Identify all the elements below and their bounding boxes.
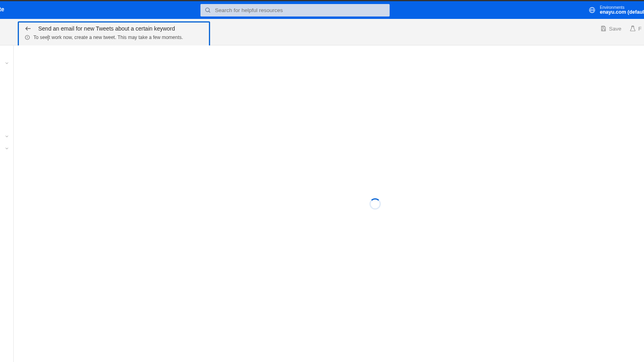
save-button[interactable]: Save <box>600 25 621 32</box>
toolbar-actions: Save F <box>600 25 642 32</box>
globe-icon <box>588 6 596 14</box>
flow-title-callout: Send an email for new Tweets about a cer… <box>18 21 210 48</box>
loading-spinner-icon <box>369 198 381 210</box>
svg-rect-10 <box>602 29 605 31</box>
hint-prefix: To see <box>33 35 47 40</box>
hint-suffix: t work now, create a new tweet. This may… <box>49 35 183 40</box>
save-label: Save <box>609 26 621 32</box>
svg-rect-9 <box>602 26 604 27</box>
environment-name: enayu.com (defaul <box>600 10 644 15</box>
brand-fragment: te <box>0 6 4 12</box>
svg-line-1 <box>209 11 210 12</box>
flow-checker-icon <box>630 25 636 32</box>
left-rail <box>0 45 14 362</box>
save-icon <box>600 25 607 32</box>
environment-picker[interactable]: Environments enayu.com (defaul <box>584 1 644 19</box>
flow-checker-button[interactable]: F <box>630 25 642 32</box>
sub-header: Send an email for new Tweets about a cer… <box>0 19 644 45</box>
environment-label: Environments <box>600 5 644 10</box>
search-icon <box>204 7 211 13</box>
flow-title-row: Send an email for new Tweets about a cer… <box>25 25 203 32</box>
search-input[interactable] <box>215 7 386 13</box>
search-box[interactable] <box>200 4 390 16</box>
chevron-down-icon[interactable] <box>4 146 9 151</box>
chevron-down-icon[interactable] <box>4 134 9 139</box>
environment-text: Environments enayu.com (defaul <box>600 5 644 15</box>
flow-checker-label-fragment: F <box>638 26 642 32</box>
info-icon <box>25 35 30 40</box>
svg-point-0 <box>206 8 209 12</box>
flow-hint-row: To seet work now, create a new tweet. Th… <box>25 35 203 41</box>
back-arrow-icon[interactable] <box>25 25 32 32</box>
flow-title[interactable]: Send an email for new Tweets about a cer… <box>38 25 175 32</box>
app-header: te Environments enayu.com (defaul <box>0 1 644 19</box>
chevron-down-icon[interactable] <box>4 61 9 66</box>
flow-hint-text: To seet work now, create a new tweet. Th… <box>33 35 183 41</box>
flow-canvas <box>14 45 644 362</box>
svg-point-8 <box>27 37 28 37</box>
